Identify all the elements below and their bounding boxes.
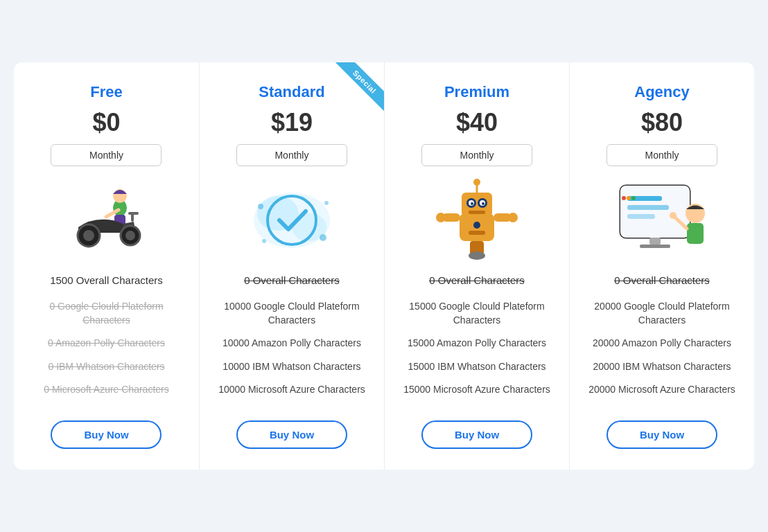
plan-features-agency: 0 Overall Characters 20000 Google Clould… bbox=[584, 273, 740, 407]
feature-item: 15000 Google Clould Plateform Characters bbox=[399, 300, 555, 327]
svg-rect-36 bbox=[469, 231, 485, 235]
svg-point-44 bbox=[631, 196, 636, 200]
svg-point-24 bbox=[471, 202, 473, 205]
plan-name-free: Free bbox=[90, 83, 122, 101]
feature-item: 20000 Amazon Polly Characters bbox=[584, 337, 740, 351]
svg-point-43 bbox=[627, 196, 631, 200]
svg-rect-26 bbox=[469, 211, 485, 214]
plan-card-standard: Special Standard $19 Monthly 0 Overall C… bbox=[199, 62, 384, 470]
pricing-container: Free $0 Monthly 1500 Overall Characters bbox=[14, 62, 754, 470]
svg-point-34 bbox=[469, 251, 485, 260]
plan-name-premium: Premium bbox=[444, 83, 509, 101]
plan-name-standard: Standard bbox=[259, 83, 324, 101]
svg-point-48 bbox=[670, 212, 677, 219]
billing-button-premium[interactable]: Monthly bbox=[421, 144, 532, 166]
plan-price-standard: $19 bbox=[271, 108, 313, 137]
svg-point-16 bbox=[324, 201, 329, 205]
svg-rect-41 bbox=[627, 214, 655, 219]
billing-button-standard[interactable]: Monthly bbox=[236, 144, 347, 166]
feature-item: 10000 Google Clould Plateform Characters bbox=[213, 300, 370, 327]
plan-image-standard bbox=[243, 179, 340, 262]
main-feature-free: 1500 Overall Characters bbox=[28, 273, 185, 287]
svg-point-42 bbox=[622, 196, 626, 200]
main-feature-premium: 0 Overall Characters bbox=[399, 273, 555, 287]
feature-item: 20000 Microsoft Azure Characters bbox=[584, 383, 740, 397]
feature-item: 0 IBM Whatson Characters bbox=[28, 360, 185, 374]
feature-item: 15000 Microsoft Azure Characters bbox=[399, 383, 555, 397]
svg-point-5 bbox=[83, 230, 94, 241]
svg-rect-49 bbox=[649, 238, 661, 245]
plan-image-free bbox=[58, 179, 155, 262]
svg-point-31 bbox=[436, 213, 446, 222]
feature-item: 20000 Google Clould Plateform Characters bbox=[584, 300, 740, 327]
special-banner: Special bbox=[335, 62, 384, 111]
svg-rect-38 bbox=[620, 186, 690, 238]
plan-price-free: $0 bbox=[92, 108, 120, 137]
svg-point-28 bbox=[473, 179, 480, 186]
svg-rect-50 bbox=[640, 245, 670, 248]
svg-rect-46 bbox=[687, 223, 704, 244]
feature-item: 10000 IBM Whatson Characters bbox=[213, 360, 370, 374]
svg-point-7 bbox=[125, 231, 135, 240]
plan-card-free: Free $0 Monthly 1500 Overall Characters bbox=[14, 62, 199, 470]
buy-button-standard[interactable]: Buy Now bbox=[236, 420, 347, 449]
feature-item: 0 Amazon Polly Characters bbox=[28, 337, 185, 351]
svg-point-32 bbox=[508, 213, 518, 222]
plan-features-free: 1500 Overall Characters 0 Google Clould … bbox=[28, 273, 185, 407]
feature-item: 10000 Microsoft Azure Characters bbox=[213, 383, 370, 397]
plan-image-agency bbox=[613, 179, 710, 262]
plan-name-agency: Agency bbox=[634, 83, 689, 101]
plan-image-premium bbox=[428, 179, 525, 262]
feature-item: 20000 IBM Whatson Characters bbox=[584, 360, 740, 374]
billing-button-agency[interactable]: Monthly bbox=[606, 144, 717, 166]
svg-point-25 bbox=[482, 202, 485, 205]
main-feature-standard: 0 Overall Characters bbox=[213, 273, 370, 287]
plan-features-premium: 0 Overall Characters 15000 Google Clould… bbox=[399, 273, 555, 407]
feature-item: 0 Google Clould Plateform Characters bbox=[28, 300, 185, 327]
buy-button-premium[interactable]: Buy Now bbox=[421, 420, 532, 449]
buy-button-free[interactable]: Buy Now bbox=[51, 420, 162, 449]
main-feature-agency: 0 Overall Characters bbox=[584, 273, 740, 287]
buy-button-agency[interactable]: Buy Now bbox=[606, 420, 717, 449]
svg-point-35 bbox=[473, 222, 480, 229]
svg-rect-40 bbox=[627, 205, 669, 210]
svg-point-15 bbox=[262, 239, 266, 243]
billing-button-free[interactable]: Monthly bbox=[51, 144, 162, 166]
feature-item: 15000 IBM Whatson Characters bbox=[399, 360, 555, 374]
plan-card-premium: Premium $40 Monthly 0 bbox=[384, 62, 569, 470]
feature-item: 15000 Amazon Polly Characters bbox=[399, 337, 555, 351]
plan-price-premium: $40 bbox=[456, 108, 498, 137]
plan-card-agency: Agency $80 Monthly 0 Overall Characters bbox=[569, 62, 754, 470]
svg-point-14 bbox=[320, 234, 326, 241]
plan-price-agency: $80 bbox=[641, 108, 683, 137]
svg-point-13 bbox=[258, 204, 263, 209]
feature-item: 0 Microsoft Azure Characters bbox=[28, 383, 185, 397]
plan-features-standard: 0 Overall Characters 10000 Google Clould… bbox=[213, 273, 370, 407]
feature-item: 10000 Amazon Polly Characters bbox=[213, 337, 370, 351]
